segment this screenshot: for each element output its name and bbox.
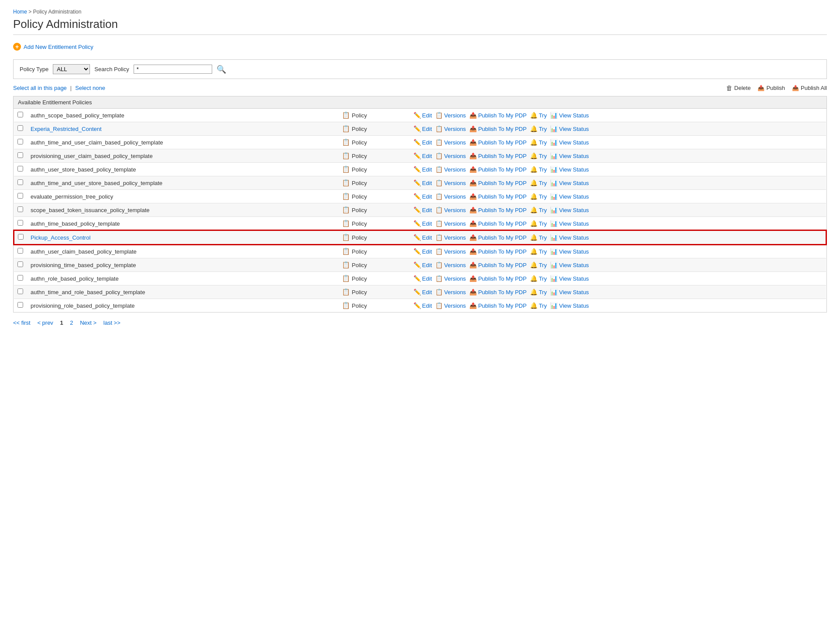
row-checkbox[interactable] [17,179,23,185]
pagination-prev[interactable]: < prev [37,319,53,326]
pagination-next[interactable]: Next > [80,319,96,326]
try-action[interactable]: 🔔 Try [530,234,547,241]
view-status-action[interactable]: 📊 View Status [550,193,589,200]
edit-action[interactable]: ✏️ Edit [413,248,432,255]
row-checkbox[interactable] [17,139,23,144]
try-action[interactable]: 🔔 Try [530,125,547,132]
versions-action[interactable]: 📋 Versions [435,261,466,268]
publish-button[interactable]: Publish [757,85,785,91]
row-checkbox[interactable] [17,275,23,281]
view-status-action[interactable]: 📊 View Status [550,152,589,159]
row-checkbox[interactable] [17,220,23,226]
publish-pdp-action[interactable]: 📤 Publish To My PDP [469,288,527,295]
pagination-first[interactable]: << first [13,319,31,326]
view-status-action[interactable]: 📊 View Status [550,125,589,132]
view-status-action[interactable]: 📊 View Status [550,302,589,309]
row-checkbox[interactable] [18,234,24,240]
row-checkbox[interactable] [17,112,23,117]
publish-pdp-action[interactable]: 📤 Publish To My PDP [469,139,527,146]
try-action[interactable]: 🔔 Try [530,139,547,146]
edit-action[interactable]: ✏️ Edit [413,275,432,282]
try-action[interactable]: 🔔 Try [530,166,547,173]
versions-action[interactable]: 📋 Versions [435,275,466,282]
versions-action[interactable]: 📋 Versions [435,193,466,200]
edit-action[interactable]: ✏️ Edit [413,288,432,295]
versions-action[interactable]: 📋 Versions [435,125,466,132]
add-policy-link[interactable]: + Add New Entitlement Policy [13,43,827,51]
view-status-action[interactable]: 📊 View Status [550,288,589,295]
pagination-page-1[interactable]: 1 [60,319,63,326]
view-status-action[interactable]: 📊 View Status [550,248,589,255]
publish-pdp-action[interactable]: 📤 Publish To My PDP [469,193,527,200]
view-status-action[interactable]: 📊 View Status [550,179,589,186]
publish-pdp-action[interactable]: 📤 Publish To My PDP [469,302,527,309]
publish-pdp-action[interactable]: 📤 Publish To My PDP [469,112,527,119]
versions-action[interactable]: 📋 Versions [435,206,466,213]
edit-action[interactable]: ✏️ Edit [413,112,432,119]
edit-action[interactable]: ✏️ Edit [413,234,432,241]
row-checkbox[interactable] [17,206,23,212]
view-status-action[interactable]: 📊 View Status [550,139,589,146]
edit-action[interactable]: ✏️ Edit [413,220,432,227]
select-all-link[interactable]: Select all in this page [13,85,67,91]
try-action[interactable]: 🔔 Try [530,220,547,227]
edit-action[interactable]: ✏️ Edit [413,152,432,159]
edit-action[interactable]: ✏️ Edit [413,206,432,213]
publish-pdp-action[interactable]: 📤 Publish To My PDP [469,261,527,268]
pagination-last[interactable]: last >> [103,319,120,326]
edit-action[interactable]: ✏️ Edit [413,166,432,173]
versions-action[interactable]: 📋 Versions [435,166,466,173]
row-checkbox[interactable] [17,193,23,199]
edit-action[interactable]: ✏️ Edit [413,302,432,309]
view-status-action[interactable]: 📊 View Status [550,234,589,241]
delete-button[interactable]: Delete [726,84,751,92]
view-status-action[interactable]: 📊 View Status [550,275,589,282]
row-checkbox[interactable] [17,261,23,267]
try-action[interactable]: 🔔 Try [530,206,547,213]
row-checkbox[interactable] [17,302,23,308]
row-checkbox[interactable] [17,288,23,294]
publish-pdp-action[interactable]: 📤 Publish To My PDP [469,234,527,241]
try-action[interactable]: 🔔 Try [530,302,547,309]
publish-pdp-action[interactable]: 📤 Publish To My PDP [469,166,527,173]
policy-type-select[interactable]: ALL Policy PolicySet [53,64,90,74]
publish-pdp-action[interactable]: 📤 Publish To My PDP [469,220,527,227]
row-checkbox[interactable] [17,152,23,158]
publish-pdp-action[interactable]: 📤 Publish To My PDP [469,152,527,159]
publish-pdp-action[interactable]: 📤 Publish To My PDP [469,179,527,186]
try-action[interactable]: 🔔 Try [530,275,547,282]
try-action[interactable]: 🔔 Try [530,152,547,159]
try-action[interactable]: 🔔 Try [530,193,547,200]
edit-action[interactable]: ✏️ Edit [413,193,432,200]
versions-action[interactable]: 📋 Versions [435,179,466,186]
publish-pdp-action[interactable]: 📤 Publish To My PDP [469,248,527,255]
versions-action[interactable]: 📋 Versions [435,152,466,159]
versions-action[interactable]: 📋 Versions [435,302,466,309]
search-button[interactable]: 🔍 [217,65,226,74]
try-action[interactable]: 🔔 Try [530,179,547,186]
pagination-page-2[interactable]: 2 [70,319,73,326]
view-status-action[interactable]: 📊 View Status [550,206,589,213]
versions-action[interactable]: 📋 Versions [435,139,466,146]
view-status-action[interactable]: 📊 View Status [550,166,589,173]
try-action[interactable]: 🔔 Try [530,248,547,255]
versions-action[interactable]: 📋 Versions [435,112,466,119]
try-action[interactable]: 🔔 Try [530,261,547,268]
breadcrumb-home[interactable]: Home [13,9,27,15]
policy-name[interactable]: Pickup_Access_Control [27,230,338,244]
try-action[interactable]: 🔔 Try [530,288,547,295]
versions-action[interactable]: 📋 Versions [435,220,466,227]
view-status-action[interactable]: 📊 View Status [550,261,589,268]
row-checkbox[interactable] [17,248,23,254]
edit-action[interactable]: ✏️ Edit [413,125,432,132]
row-checkbox[interactable] [17,125,23,131]
publish-pdp-action[interactable]: 📤 Publish To My PDP [469,206,527,213]
edit-action[interactable]: ✏️ Edit [413,261,432,268]
versions-action[interactable]: 📋 Versions [435,234,466,241]
publish-pdp-action[interactable]: 📤 Publish To My PDP [469,125,527,132]
publish-pdp-action[interactable]: 📤 Publish To My PDP [469,275,527,282]
edit-action[interactable]: ✏️ Edit [413,179,432,186]
search-input[interactable] [134,65,212,74]
versions-action[interactable]: 📋 Versions [435,288,466,295]
select-none-link[interactable]: Select none [75,85,105,91]
